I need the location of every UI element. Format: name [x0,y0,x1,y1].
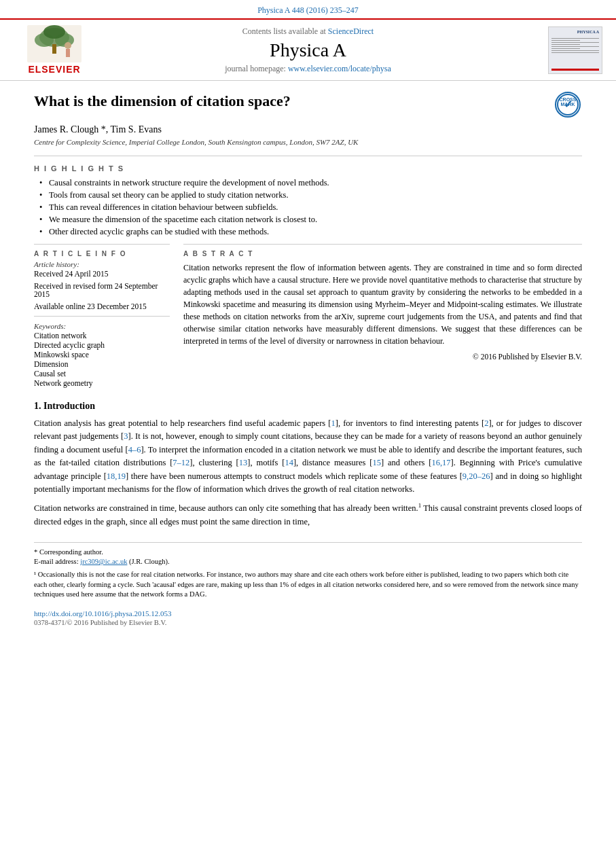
svg-rect-4 [52,44,56,54]
elsevier-label: ELSEVIER [28,64,80,75]
bottom-links: http://dx.doi.org/10.1016/j.physa.2015.1… [34,609,582,626]
doi-link[interactable]: http://dx.doi.org/10.1016/j.physa.2015.1… [34,609,582,618]
elsevier-tree-icon [27,25,81,62]
ref-2[interactable]: 2 [484,418,488,428]
thumb-line [551,48,580,49]
abstract-heading: A B S T R A C T [183,250,582,257]
svg-rect-7 [66,49,70,57]
email-name: (J.R. Clough). [129,558,170,565]
keyword-item: Minkowski space [34,351,170,359]
highlight-item: Tools from causal set theory can be appl… [39,190,582,200]
highlight-item: Other directed acyclic graphs can be stu… [39,227,582,237]
keyword-item: Network geometry [34,379,170,387]
intro-heading: 1. Introduction [34,401,582,412]
article-title: What is the dimension of citation space? [34,92,582,111]
keyword-item: Directed acyclic graph [34,341,170,349]
ref-16-17[interactable]: 16,17 [431,458,450,467]
thumb-line [551,42,599,43]
thumb-line [551,52,599,53]
title-area: ✓ CROSS MARK What is the dimension of ci… [34,92,582,119]
journal-thumbnail: PHYSICA A [548,26,602,74]
svg-text:MARK: MARK [561,102,575,107]
highlights-list: Causal constraints in network structure … [39,178,582,237]
thumb-line [551,38,599,39]
author-names: James R. Clough *, Tim S. Evans [34,124,162,135]
email-label: E-mail address: [34,558,80,565]
highlight-item: We measure the dimension of the spacetim… [39,215,582,225]
keywords-list: Citation network Directed acyclic graph … [34,332,170,387]
main-content: ✓ CROSS MARK What is the dimension of ci… [0,81,616,640]
highlights-heading: H I G H L I G H T S [34,164,582,173]
thumb-red-bar [551,69,599,71]
doi-anchor[interactable]: http://dx.doi.org/10.1016/j.physa.2015.1… [34,609,171,618]
homepage-link[interactable]: journal homepage: www.elsevier.com/locat… [95,64,521,74]
intro-paragraph-1: Citation analysis has great potential to… [34,417,582,496]
journal-thumbnail-area: PHYSICA A [521,26,602,74]
journal-citation[interactable]: Physica A 448 (2016) 235–247 [0,0,616,18]
email-footnote: E-mail address: jrc309@ic.ac.uk (J.R. Cl… [34,557,582,567]
svg-text:CROSS: CROSS [560,97,577,102]
two-column-section: A R T I C L E I N F O Article history: R… [34,244,582,389]
ref-13[interactable]: 13 [239,458,248,467]
info-divider [34,316,170,317]
thumb-line [551,50,599,51]
ref-14[interactable]: 14 [285,458,293,467]
introduction-section: 1. Introduction Citation analysis has gr… [34,401,582,529]
homepage-anchor[interactable]: www.elsevier.com/locate/physa [288,64,391,73]
sciencedirect-anchor[interactable]: ScienceDirect [328,26,374,36]
journal-title: Physica A [95,39,521,61]
email-link[interactable]: jrc309@ic.ac.uk [80,558,127,565]
crossmark-badge[interactable]: ✓ CROSS MARK [555,92,582,119]
intro-paragraph-2: Citation networks are constrained in tim… [34,501,582,529]
crossmark-icon: ✓ CROSS MARK [555,92,581,118]
revised-date: Received in revised form 24 September 20… [34,282,170,298]
keywords-label: Keywords: [34,322,170,330]
elsevier-logo-area: ELSEVIER [14,25,95,75]
thumb-line [551,44,580,45]
thumb-line [551,40,580,41]
abstract-column: A B S T R A C T Citation networks repres… [183,244,582,389]
article-info-column: A R T I C L E I N F O Article history: R… [34,244,170,389]
homepage-prefix: journal homepage: [225,64,288,73]
ref-3[interactable]: 3 [124,431,128,441]
highlight-item: Causal constraints in network structure … [39,178,582,188]
svg-point-5 [43,25,65,39]
thumb-journal-title: PHYSICA A [551,30,599,34]
svg-point-6 [65,42,71,49]
divider-after-affiliation [34,156,582,156]
footnote-1: ¹ Occasionally this is not the case for … [34,570,582,600]
issn-copyright: 0378-4371/© 2016 Published by Elsevier B… [34,619,582,626]
journal-header: ELSEVIER Contents lists available at Sci… [0,18,616,81]
ref-7-12[interactable]: 7–12 [173,458,189,467]
sciencedirect-link[interactable]: Contents lists available at ScienceDirec… [95,26,521,37]
keyword-item: Citation network [34,332,170,340]
article-info-heading: A R T I C L E I N F O [34,250,170,257]
authors: James R. Clough *, Tim S. Evans [34,124,582,135]
ref-9-20-26[interactable]: 9,20–26 [463,471,490,481]
copyright-abstract: © 2016 Published by Elsevier B.V. [183,353,582,361]
received-date: Received 24 April 2015 [34,270,170,278]
abstract-text: Citation networks represent the flow of … [183,262,582,347]
keyword-item: Causal set [34,370,170,378]
sciencedirect-prefix: Contents lists available at [242,26,328,36]
keyword-item: Dimension [34,360,170,368]
ref-4-6[interactable]: 4–6 [128,445,141,454]
available-date: Available online 23 December 2015 [34,302,170,310]
thumb-line [551,46,599,47]
history-label: Article history: [34,260,170,268]
journal-info: Contents lists available at ScienceDirec… [95,26,521,74]
ref-15[interactable]: 15 [372,458,381,467]
corresponding-author-note: * Corresponding author. [34,548,582,556]
affiliation: Centre for Complexity Science, Imperial … [34,138,582,146]
highlight-item: This can reveal differences in citation … [39,202,582,213]
footnote-area: * Corresponding author. E-mail address: … [34,542,582,600]
ref-18-19[interactable]: 18,19 [107,471,126,481]
ref-1[interactable]: 1 [331,418,335,428]
